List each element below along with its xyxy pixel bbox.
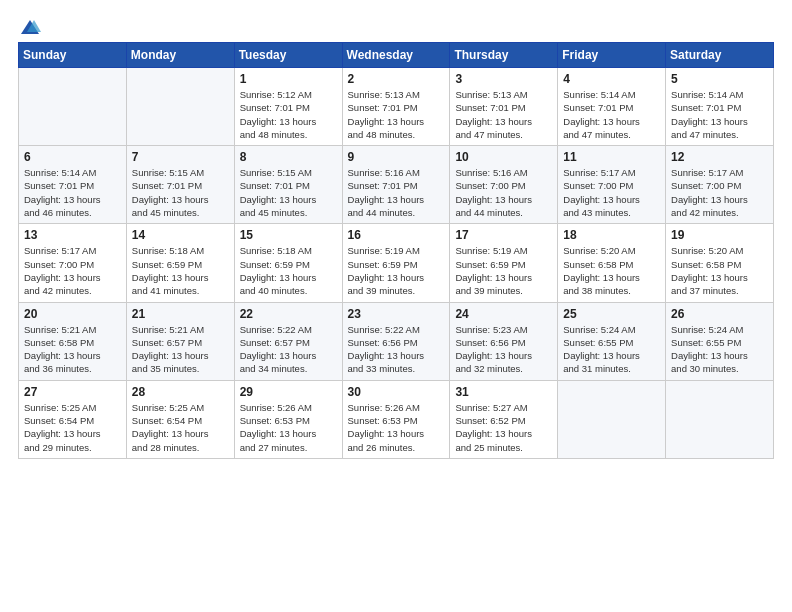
day-info: Sunrise: 5:17 AM Sunset: 7:00 PM Dayligh… <box>563 166 660 219</box>
day-info: Sunrise: 5:19 AM Sunset: 6:59 PM Dayligh… <box>348 244 445 297</box>
calendar-cell: 10Sunrise: 5:16 AM Sunset: 7:00 PM Dayli… <box>450 146 558 224</box>
calendar-cell <box>558 380 666 458</box>
calendar-week-row: 27Sunrise: 5:25 AM Sunset: 6:54 PM Dayli… <box>19 380 774 458</box>
day-number: 12 <box>671 150 768 164</box>
logo-icon <box>19 18 41 36</box>
day-number: 15 <box>240 228 337 242</box>
day-number: 20 <box>24 307 121 321</box>
day-info: Sunrise: 5:25 AM Sunset: 6:54 PM Dayligh… <box>24 401 121 454</box>
calendar-cell <box>666 380 774 458</box>
day-info: Sunrise: 5:16 AM Sunset: 7:01 PM Dayligh… <box>348 166 445 219</box>
day-info: Sunrise: 5:21 AM Sunset: 6:58 PM Dayligh… <box>24 323 121 376</box>
day-info: Sunrise: 5:17 AM Sunset: 7:00 PM Dayligh… <box>671 166 768 219</box>
day-number: 19 <box>671 228 768 242</box>
day-number: 11 <box>563 150 660 164</box>
header <box>18 18 774 32</box>
day-number: 26 <box>671 307 768 321</box>
day-number: 8 <box>240 150 337 164</box>
day-info: Sunrise: 5:22 AM Sunset: 6:56 PM Dayligh… <box>348 323 445 376</box>
calendar-cell: 13Sunrise: 5:17 AM Sunset: 7:00 PM Dayli… <box>19 224 127 302</box>
calendar-cell: 15Sunrise: 5:18 AM Sunset: 6:59 PM Dayli… <box>234 224 342 302</box>
day-info: Sunrise: 5:27 AM Sunset: 6:52 PM Dayligh… <box>455 401 552 454</box>
calendar-cell: 9Sunrise: 5:16 AM Sunset: 7:01 PM Daylig… <box>342 146 450 224</box>
day-number: 21 <box>132 307 229 321</box>
calendar-cell: 20Sunrise: 5:21 AM Sunset: 6:58 PM Dayli… <box>19 302 127 380</box>
logo <box>18 18 41 32</box>
calendar-cell: 17Sunrise: 5:19 AM Sunset: 6:59 PM Dayli… <box>450 224 558 302</box>
day-info: Sunrise: 5:18 AM Sunset: 6:59 PM Dayligh… <box>132 244 229 297</box>
weekday-header: Wednesday <box>342 43 450 68</box>
day-info: Sunrise: 5:17 AM Sunset: 7:00 PM Dayligh… <box>24 244 121 297</box>
day-info: Sunrise: 5:14 AM Sunset: 7:01 PM Dayligh… <box>24 166 121 219</box>
day-number: 30 <box>348 385 445 399</box>
day-number: 2 <box>348 72 445 86</box>
day-info: Sunrise: 5:20 AM Sunset: 6:58 PM Dayligh… <box>563 244 660 297</box>
calendar-cell: 14Sunrise: 5:18 AM Sunset: 6:59 PM Dayli… <box>126 224 234 302</box>
day-number: 31 <box>455 385 552 399</box>
day-number: 14 <box>132 228 229 242</box>
day-number: 10 <box>455 150 552 164</box>
day-number: 24 <box>455 307 552 321</box>
calendar-cell: 1Sunrise: 5:12 AM Sunset: 7:01 PM Daylig… <box>234 68 342 146</box>
day-number: 4 <box>563 72 660 86</box>
weekday-header: Monday <box>126 43 234 68</box>
day-info: Sunrise: 5:23 AM Sunset: 6:56 PM Dayligh… <box>455 323 552 376</box>
day-number: 17 <box>455 228 552 242</box>
weekday-header: Tuesday <box>234 43 342 68</box>
day-info: Sunrise: 5:20 AM Sunset: 6:58 PM Dayligh… <box>671 244 768 297</box>
calendar-cell: 19Sunrise: 5:20 AM Sunset: 6:58 PM Dayli… <box>666 224 774 302</box>
calendar-cell: 6Sunrise: 5:14 AM Sunset: 7:01 PM Daylig… <box>19 146 127 224</box>
day-info: Sunrise: 5:14 AM Sunset: 7:01 PM Dayligh… <box>563 88 660 141</box>
day-number: 28 <box>132 385 229 399</box>
day-info: Sunrise: 5:24 AM Sunset: 6:55 PM Dayligh… <box>671 323 768 376</box>
calendar-table: SundayMondayTuesdayWednesdayThursdayFrid… <box>18 42 774 459</box>
day-number: 29 <box>240 385 337 399</box>
day-info: Sunrise: 5:26 AM Sunset: 6:53 PM Dayligh… <box>240 401 337 454</box>
page: SundayMondayTuesdayWednesdayThursdayFrid… <box>0 0 792 612</box>
day-number: 7 <box>132 150 229 164</box>
calendar-cell: 31Sunrise: 5:27 AM Sunset: 6:52 PM Dayli… <box>450 380 558 458</box>
day-number: 27 <box>24 385 121 399</box>
calendar-cell: 18Sunrise: 5:20 AM Sunset: 6:58 PM Dayli… <box>558 224 666 302</box>
day-info: Sunrise: 5:21 AM Sunset: 6:57 PM Dayligh… <box>132 323 229 376</box>
day-number: 6 <box>24 150 121 164</box>
weekday-header: Sunday <box>19 43 127 68</box>
day-number: 5 <box>671 72 768 86</box>
day-info: Sunrise: 5:22 AM Sunset: 6:57 PM Dayligh… <box>240 323 337 376</box>
calendar-week-row: 1Sunrise: 5:12 AM Sunset: 7:01 PM Daylig… <box>19 68 774 146</box>
weekday-header: Thursday <box>450 43 558 68</box>
calendar-header-row: SundayMondayTuesdayWednesdayThursdayFrid… <box>19 43 774 68</box>
calendar-cell: 24Sunrise: 5:23 AM Sunset: 6:56 PM Dayli… <box>450 302 558 380</box>
day-info: Sunrise: 5:12 AM Sunset: 7:01 PM Dayligh… <box>240 88 337 141</box>
calendar-cell: 25Sunrise: 5:24 AM Sunset: 6:55 PM Dayli… <box>558 302 666 380</box>
calendar-cell: 21Sunrise: 5:21 AM Sunset: 6:57 PM Dayli… <box>126 302 234 380</box>
calendar-cell: 23Sunrise: 5:22 AM Sunset: 6:56 PM Dayli… <box>342 302 450 380</box>
day-info: Sunrise: 5:18 AM Sunset: 6:59 PM Dayligh… <box>240 244 337 297</box>
calendar-week-row: 6Sunrise: 5:14 AM Sunset: 7:01 PM Daylig… <box>19 146 774 224</box>
day-number: 9 <box>348 150 445 164</box>
day-info: Sunrise: 5:16 AM Sunset: 7:00 PM Dayligh… <box>455 166 552 219</box>
calendar-cell: 8Sunrise: 5:15 AM Sunset: 7:01 PM Daylig… <box>234 146 342 224</box>
day-info: Sunrise: 5:13 AM Sunset: 7:01 PM Dayligh… <box>455 88 552 141</box>
calendar-cell: 3Sunrise: 5:13 AM Sunset: 7:01 PM Daylig… <box>450 68 558 146</box>
calendar-cell: 26Sunrise: 5:24 AM Sunset: 6:55 PM Dayli… <box>666 302 774 380</box>
day-number: 3 <box>455 72 552 86</box>
calendar-cell: 5Sunrise: 5:14 AM Sunset: 7:01 PM Daylig… <box>666 68 774 146</box>
calendar-cell <box>126 68 234 146</box>
calendar-cell <box>19 68 127 146</box>
day-number: 23 <box>348 307 445 321</box>
calendar-cell: 27Sunrise: 5:25 AM Sunset: 6:54 PM Dayli… <box>19 380 127 458</box>
day-info: Sunrise: 5:14 AM Sunset: 7:01 PM Dayligh… <box>671 88 768 141</box>
day-info: Sunrise: 5:19 AM Sunset: 6:59 PM Dayligh… <box>455 244 552 297</box>
calendar-cell: 7Sunrise: 5:15 AM Sunset: 7:01 PM Daylig… <box>126 146 234 224</box>
day-number: 25 <box>563 307 660 321</box>
day-number: 22 <box>240 307 337 321</box>
calendar-cell: 22Sunrise: 5:22 AM Sunset: 6:57 PM Dayli… <box>234 302 342 380</box>
day-info: Sunrise: 5:15 AM Sunset: 7:01 PM Dayligh… <box>132 166 229 219</box>
day-number: 1 <box>240 72 337 86</box>
calendar-week-row: 13Sunrise: 5:17 AM Sunset: 7:00 PM Dayli… <box>19 224 774 302</box>
calendar-week-row: 20Sunrise: 5:21 AM Sunset: 6:58 PM Dayli… <box>19 302 774 380</box>
day-info: Sunrise: 5:15 AM Sunset: 7:01 PM Dayligh… <box>240 166 337 219</box>
day-number: 18 <box>563 228 660 242</box>
calendar-cell: 16Sunrise: 5:19 AM Sunset: 6:59 PM Dayli… <box>342 224 450 302</box>
